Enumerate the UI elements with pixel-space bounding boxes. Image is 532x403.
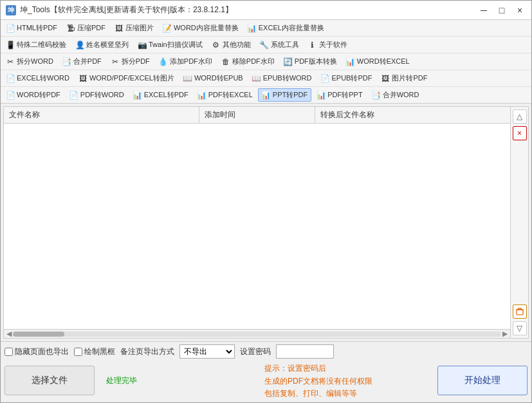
tool-pdf-to-excel-label: PDF转EXCEL [208, 90, 253, 100]
tool-split-word-label: 拆分WORD [17, 57, 53, 66]
tool-system-tools[interactable]: 🔧 系统工具 [256, 38, 303, 52]
tool-pdf-version[interactable]: 🔄 PDF版本转换 [280, 55, 341, 68]
table-header: 文件名称 添加时间 转换后文件名称 [4, 107, 510, 124]
draw-border-checkbox[interactable] [74, 348, 82, 356]
password-input[interactable] [276, 344, 334, 359]
tool-pdf-to-word[interactable]: 📄 PDF转WORD [66, 88, 128, 102]
about-icon: ℹ [308, 41, 317, 50]
tool-remove-watermark[interactable]: 🗑 移除PDF水印 [217, 55, 279, 68]
tool-split-pdf[interactable]: ✂ 拆分PDF [107, 55, 154, 68]
tool-split-word[interactable]: ✂ 拆分WORD [2, 55, 57, 68]
tool-word-batch-label: WORD内容批量替换 [174, 23, 239, 33]
remove-watermark-icon: 🗑 [221, 57, 230, 66]
scrollbar-thumb[interactable] [13, 332, 64, 337]
table-body [4, 124, 510, 329]
tool-compress-pdf[interactable]: 🗜 压缩PDF [62, 21, 109, 35]
move-down-button[interactable]: ▽ [513, 321, 527, 335]
tool-pdf-to-ppt[interactable]: 📊 PDF转PPT [313, 88, 366, 102]
tool-word-batch-replace[interactable]: 📝 WORD内容批量替换 [159, 21, 243, 35]
merge-word-icon: 📑 [372, 91, 381, 100]
clear-button[interactable] [513, 305, 527, 319]
minimize-button[interactable]: ─ [477, 4, 490, 17]
tool-excel-to-pdf[interactable]: 📊 EXCEL转PDF [129, 88, 192, 102]
maximize-button[interactable]: □ [495, 4, 508, 17]
tool-merge-word[interactable]: 📑 合并WORD [368, 88, 423, 102]
tool-excel-to-word-label: EXCEL转WORD [17, 73, 69, 83]
export-mode-select[interactable]: 不导出 导出 仅导出备注 [179, 344, 235, 359]
tool-office-to-image-label: WORD/PDF/EXCEL转图片 [89, 73, 174, 83]
file-table-container: 文件名称 添加时间 转换后文件名称 ◀ ▶ △ [3, 106, 529, 339]
tool-name-layout[interactable]: 👤 姓名横竖坚列 [71, 38, 133, 52]
tool-image-to-pdf-label: 图片转PDF [392, 73, 427, 83]
tool-epub-to-pdf-label: EPUB转PDF [331, 73, 372, 83]
word-batch-icon: 📝 [163, 24, 172, 33]
hide-pages-checkbox-label[interactable]: 隐藏页面也导出 [5, 346, 69, 357]
start-process-button[interactable]: 开始处理 [437, 366, 527, 395]
tool-excel-batch-label: EXCEL内容批量替换 [259, 23, 324, 33]
delete-button[interactable]: × [513, 126, 527, 140]
hint-area: 提示：设置密码后 生成的PDF文档将没有任何权限 包括复制、打印、编辑等等 [149, 361, 372, 400]
pdf-version-icon: 🔄 [284, 57, 293, 66]
tool-excel-to-pdf-label: EXCEL转PDF [144, 90, 188, 100]
hint-line2: 生成的PDF文档将没有任何权限 [264, 375, 372, 388]
tool-system-label: 系统工具 [271, 40, 299, 50]
tool-about[interactable]: ℹ 关于软件 [304, 38, 351, 52]
tool-ppt-to-pdf[interactable]: 📊 PPT转PDF [258, 88, 311, 102]
tool-word-to-epub-label: WORD转EPUB [194, 73, 243, 83]
pdf-word-icon: 📄 [69, 91, 78, 100]
tool-add-watermark[interactable]: 💧 添加PDF水印 [155, 55, 216, 68]
tool-other-functions[interactable]: ⚙ 其他功能 [208, 38, 255, 52]
tool-html-to-pdf-label: HTML转PDF [17, 23, 57, 33]
svg-rect-0 [517, 310, 523, 315]
tool-word-to-excel[interactable]: 📊 WORD转EXCEL [342, 55, 414, 68]
add-watermark-icon: 💧 [159, 57, 168, 66]
tool-qrcode-verify[interactable]: 📱 特殊二维码校验 [2, 38, 70, 52]
horizontal-scrollbar[interactable]: ◀ ▶ [4, 329, 510, 338]
toolbar-row-3: ✂ 拆分WORD 📑 合并PDF ✂ 拆分PDF 💧 添加PDF水印 🗑 移除P… [1, 53, 531, 70]
word-excel-icon: 📊 [346, 57, 355, 66]
hint-line1: 提示：设置密码后 [264, 362, 372, 375]
twain-icon: 📷 [138, 41, 147, 50]
tool-excel-batch-replace[interactable]: 📊 EXCEL内容批量替换 [244, 21, 328, 35]
draw-border-checkbox-label[interactable]: 绘制黑框 [74, 346, 115, 357]
tool-pdf-to-excel[interactable]: 📊 PDF转EXCEL [194, 88, 257, 102]
tool-word-to-epub[interactable]: 📖 WORD转EPUB [179, 71, 247, 85]
title-bar-left: 坤 坤_Tools【软件完全离线|更新请看关于软件|版本：23.8.12.1】 [6, 5, 233, 15]
hide-pages-checkbox[interactable] [5, 348, 13, 356]
tool-remove-watermark-label: 移除PDF水印 [232, 57, 275, 66]
tool-excel-to-word[interactable]: 📄 EXCEL转WORD [2, 71, 73, 85]
qrcode-icon: 📱 [6, 41, 15, 50]
tool-compress-pdf-label: 压缩PDF [77, 23, 105, 33]
tool-name-label: 姓名横竖坚列 [86, 40, 129, 50]
tool-twain[interactable]: 📷 Twain扫描仪调试 [134, 38, 206, 52]
close-button[interactable]: × [513, 4, 526, 17]
tool-word-to-pdf[interactable]: 📄 WORD转PDF [2, 88, 64, 102]
tool-word-to-pdf-label: WORD转PDF [17, 90, 60, 100]
move-up-button[interactable]: △ [513, 109, 527, 124]
toolbar-row-4: 📄 EXCEL转WORD 🖼 WORD/PDF/EXCEL转图片 📖 WORD转… [1, 70, 531, 87]
tool-epub-to-pdf[interactable]: 📄 EPUB转PDF [316, 71, 376, 85]
merge-pdf-icon: 📑 [62, 57, 71, 66]
tool-other-label: 其他功能 [223, 40, 251, 50]
app-icon: 坤 [6, 5, 16, 15]
col-addtime: 添加时间 [199, 107, 315, 123]
tool-epub-to-word-label: EPUB转WORD [263, 73, 312, 83]
select-file-button[interactable]: 选择文件 [5, 366, 95, 395]
tool-about-label: 关于软件 [319, 40, 347, 50]
tool-pdf-to-word-label: PDF转WORD [80, 90, 124, 100]
tool-merge-pdf[interactable]: 📑 合并PDF [59, 55, 105, 68]
image-pdf-icon: 🖼 [381, 74, 390, 83]
status-text: 处理完毕 [100, 375, 143, 386]
html-pdf-icon: 📄 [6, 24, 15, 33]
excel-batch-icon: 📊 [248, 24, 257, 33]
scroll-left-btn[interactable]: ◀ [5, 330, 13, 338]
tool-compress-image[interactable]: 🖼 压缩图片 [111, 21, 158, 35]
tool-image-to-pdf[interactable]: 🖼 图片转PDF [377, 71, 431, 85]
word-epub-icon: 📖 [183, 74, 192, 83]
scroll-right-btn[interactable]: ▶ [501, 330, 509, 338]
tool-epub-to-word[interactable]: 📖 EPUB转WORD [248, 71, 316, 85]
col-filename: 文件名称 [4, 107, 199, 123]
tool-html-to-pdf[interactable]: 📄 HTML转PDF [2, 21, 61, 35]
other-icon: ⚙ [212, 41, 221, 50]
tool-office-to-image[interactable]: 🖼 WORD/PDF/EXCEL转图片 [75, 71, 178, 85]
